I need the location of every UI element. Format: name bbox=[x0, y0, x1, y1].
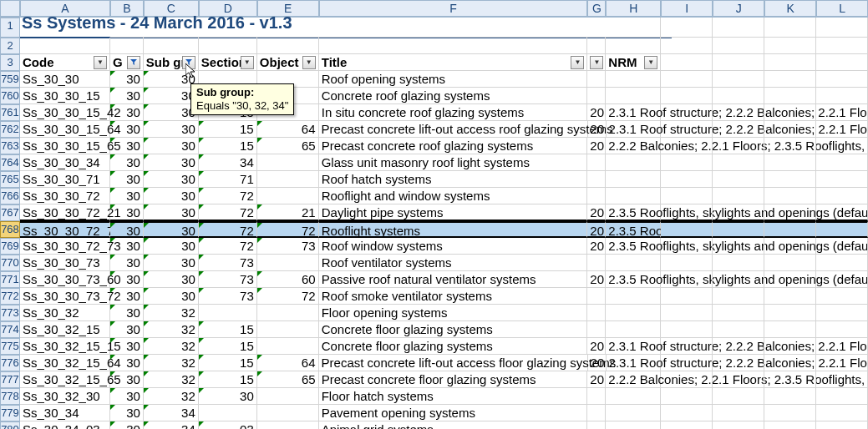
cell-section[interactable]: 34 bbox=[199, 154, 257, 171]
cell-nrm[interactable] bbox=[606, 405, 661, 421]
row-header[interactable]: 759 bbox=[0, 71, 20, 88]
cell-g2[interactable]: 20 bbox=[587, 238, 606, 255]
cell-code[interactable]: Ss_30_32_30 bbox=[20, 388, 110, 405]
cell-title[interactable]: Roof smoke ventilator systems bbox=[319, 288, 588, 305]
cell-nrm[interactable]: 2.2.2 Balconies; 2.2.1 Floors; 2.3.5 Roo… bbox=[606, 138, 661, 154]
cell-group[interactable]: 30 bbox=[110, 355, 144, 371]
cell[interactable] bbox=[764, 305, 816, 321]
row-header[interactable]: 779 bbox=[0, 405, 20, 421]
cell[interactable] bbox=[661, 88, 713, 104]
cell-object[interactable] bbox=[257, 421, 319, 429]
cell-nrm[interactable]: 2.3.1 Roof structure; 2.2.2 Balconies; 2… bbox=[606, 104, 661, 121]
cell-group[interactable]: 30 bbox=[110, 71, 144, 88]
cell-title[interactable]: Passive roof natural ventilator systems bbox=[319, 271, 588, 288]
cell-g2[interactable] bbox=[587, 405, 606, 421]
cell-group[interactable]: 30 bbox=[110, 138, 144, 154]
cell-subgroup[interactable]: 30 bbox=[144, 221, 199, 238]
cell[interactable] bbox=[713, 221, 764, 238]
cell-subgroup[interactable]: 32 bbox=[144, 371, 199, 388]
cell[interactable] bbox=[816, 88, 868, 104]
cell-group[interactable]: 30 bbox=[110, 421, 144, 429]
cell-nrm[interactable] bbox=[606, 71, 661, 88]
table-row[interactable]: 779Ss_30_343034Pavement opening systems bbox=[0, 405, 868, 421]
cell-title[interactable]: Animal grid systems bbox=[319, 421, 588, 429]
row-header[interactable]: 773 bbox=[0, 305, 20, 321]
cell-g2[interactable] bbox=[587, 288, 606, 305]
cell-code[interactable]: Ss_30_30_15 bbox=[20, 88, 110, 104]
cell[interactable] bbox=[764, 71, 816, 88]
cell[interactable] bbox=[816, 154, 868, 171]
cell[interactable] bbox=[713, 321, 764, 338]
cell-group[interactable]: 30 bbox=[110, 171, 144, 188]
row-header[interactable]: 771 bbox=[0, 271, 20, 288]
filter-button-title[interactable]: ▼ bbox=[571, 56, 584, 69]
header-group[interactable]: G bbox=[110, 54, 144, 71]
cell[interactable] bbox=[764, 104, 816, 121]
cell-object[interactable]: 60 bbox=[257, 271, 319, 288]
row-header[interactable]: 765 bbox=[0, 171, 20, 188]
cell-g2[interactable]: 20 bbox=[587, 104, 606, 121]
table-row[interactable]: 776Ss_30_32_15_6430321564Precast concret… bbox=[0, 355, 868, 371]
cell[interactable] bbox=[816, 71, 868, 88]
cell-nrm[interactable] bbox=[606, 88, 661, 104]
table-row[interactable]: 760Ss_30_30_153030Concrete roof glazing … bbox=[0, 88, 868, 104]
cell-subgroup[interactable]: 30 bbox=[144, 288, 199, 305]
cell-nrm[interactable] bbox=[606, 171, 661, 188]
cell-title[interactable]: Daylight pipe systems bbox=[319, 204, 588, 221]
cell-g2[interactable]: 20 bbox=[587, 338, 606, 355]
row-header[interactable]: 763 bbox=[0, 138, 20, 154]
cell-g2[interactable] bbox=[587, 171, 606, 188]
col-header-H[interactable]: H bbox=[606, 0, 661, 17]
table-row[interactable]: 780Ss_30_34_03303403Animal grid systems bbox=[0, 421, 868, 429]
cell-title[interactable]: Concrete floor glazing systems bbox=[319, 338, 588, 355]
filter-button-nrm[interactable]: ▼ bbox=[644, 56, 657, 69]
cell[interactable] bbox=[661, 221, 713, 238]
row-header[interactable]: 769 bbox=[0, 238, 20, 255]
cell[interactable] bbox=[764, 405, 816, 421]
row-header[interactable]: 776 bbox=[0, 355, 20, 371]
cell-object[interactable] bbox=[257, 255, 319, 271]
cell-g2[interactable] bbox=[587, 154, 606, 171]
header-code[interactable]: Code ▼ bbox=[20, 54, 110, 71]
cell-code[interactable]: Ss_30_34 bbox=[20, 405, 110, 421]
row-header[interactable]: 761 bbox=[0, 104, 20, 121]
cell[interactable] bbox=[713, 171, 764, 188]
cell[interactable] bbox=[661, 305, 713, 321]
row-header[interactable]: 772 bbox=[0, 288, 20, 305]
cell-code[interactable]: Ss_30_30_73_60 bbox=[20, 271, 110, 288]
header-section[interactable]: Section ▼ bbox=[199, 54, 257, 71]
cell-object[interactable]: 64 bbox=[257, 355, 319, 371]
cell-object[interactable] bbox=[257, 388, 319, 405]
cell-code[interactable]: Ss_30_32_15_15 bbox=[20, 338, 110, 355]
cell[interactable] bbox=[713, 288, 764, 305]
cell-nrm[interactable]: 2.3.5 Rooflights, skylights and openings… bbox=[606, 271, 661, 288]
cell[interactable] bbox=[661, 371, 713, 388]
cell-code[interactable]: Ss_30_34_03 bbox=[20, 421, 110, 429]
cell-subgroup[interactable]: 32 bbox=[144, 338, 199, 355]
table-row[interactable]: 768Ss_30_30_72_7230307272Rooflight syste… bbox=[0, 221, 868, 238]
filter-button-g2[interactable]: ▼ bbox=[590, 56, 603, 69]
cell-group[interactable]: 30 bbox=[110, 104, 144, 121]
cell-title[interactable]: Concrete floor glazing systems bbox=[319, 321, 588, 338]
cell[interactable] bbox=[764, 321, 816, 338]
cell[interactable] bbox=[713, 188, 764, 204]
col-header-J[interactable]: J bbox=[713, 0, 764, 17]
row-header[interactable]: 767 bbox=[0, 204, 20, 221]
cell[interactable] bbox=[816, 238, 868, 255]
cell-code[interactable]: Ss_30_30_15_42 bbox=[20, 104, 110, 121]
row-header[interactable]: 766 bbox=[0, 188, 20, 204]
cell-title[interactable]: Precast concrete lift-out access roof gl… bbox=[319, 121, 588, 138]
cell-object[interactable]: 72 bbox=[257, 288, 319, 305]
cell-subgroup[interactable]: 30 bbox=[144, 238, 199, 255]
cell[interactable] bbox=[816, 338, 868, 355]
cell-g2[interactable] bbox=[587, 88, 606, 104]
cell-code[interactable]: Ss_30_32_15 bbox=[20, 321, 110, 338]
cell[interactable] bbox=[661, 154, 713, 171]
cell-nrm[interactable]: 2.3.1 Roof structure; 2.2.2 Balconies; 2… bbox=[607, 355, 662, 371]
cell-nrm[interactable] bbox=[606, 305, 661, 321]
cell-subgroup[interactable]: 32 bbox=[144, 388, 199, 405]
cell-title[interactable]: Roof window systems bbox=[319, 238, 588, 255]
cell-group[interactable]: 30 bbox=[110, 88, 144, 104]
cell[interactable] bbox=[713, 305, 764, 321]
cell-section[interactable]: 72 bbox=[199, 221, 257, 238]
